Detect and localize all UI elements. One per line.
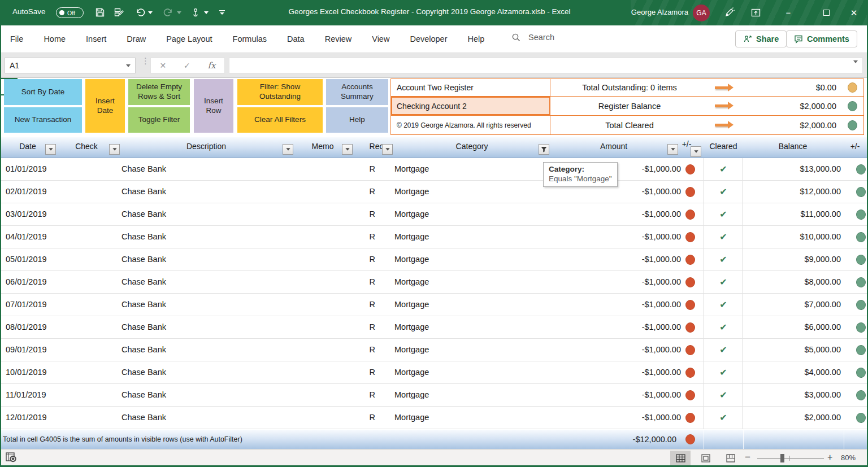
cell-rec[interactable]: R xyxy=(350,294,375,316)
autosave-toggle[interactable]: Off xyxy=(56,7,84,18)
cell-rec[interactable]: R xyxy=(350,407,375,429)
cell-balance[interactable]: $11,000.00 xyxy=(743,203,841,225)
table-row[interactable]: 06/01/2019 Chase Bank R Mortgage -$1,000… xyxy=(0,271,868,294)
table-row[interactable]: 03/01/2019 Chase Bank R Mortgage -$1,000… xyxy=(0,203,868,226)
cell-amount[interactable]: -$1,000.00 xyxy=(582,294,681,316)
page-break-preview-button[interactable] xyxy=(721,451,741,465)
ribbon-tab-draw[interactable]: Draw xyxy=(127,34,146,43)
comments-button[interactable]: Comments xyxy=(786,30,857,47)
account-name-cell[interactable]: Checking Account 2 xyxy=(391,97,550,115)
table-row[interactable]: 07/01/2019 Chase Bank R Mortgage -$1,000… xyxy=(0,294,868,316)
cell-balance[interactable]: $8,000.00 xyxy=(743,271,841,293)
cell-date[interactable]: 03/01/2019 xyxy=(6,203,68,225)
cell-rec[interactable]: R xyxy=(350,181,375,203)
name-box[interactable]: A1 xyxy=(5,58,136,73)
cancel-formula-icon[interactable]: ✕ xyxy=(159,61,166,70)
cell-description[interactable]: Chase Bank xyxy=(121,294,291,316)
zoom-slider-handle[interactable] xyxy=(780,454,784,462)
cell-balance[interactable]: $13,000.00 xyxy=(743,158,841,180)
cell-balance[interactable]: $7,000.00 xyxy=(743,294,841,316)
cell-description[interactable]: Chase Bank xyxy=(121,158,291,180)
table-row[interactable]: 08/01/2019 Chase Bank R Mortgage -$1,000… xyxy=(0,316,868,339)
touch-mode-dropdown-icon[interactable] xyxy=(204,11,209,14)
cell-rec[interactable]: R xyxy=(350,384,375,406)
cell-date[interactable]: 08/01/2019 xyxy=(6,316,68,338)
cell-amount[interactable]: -$1,000.00 xyxy=(582,407,681,429)
cell-category[interactable]: Mortgage xyxy=(394,384,519,406)
cell-balance[interactable]: $6,000.00 xyxy=(743,316,841,338)
cell-description[interactable]: Chase Bank xyxy=(121,248,291,270)
cell-description[interactable]: Chase Bank xyxy=(121,316,291,338)
cell-category[interactable]: Mortgage xyxy=(394,181,519,203)
cell-rec[interactable]: R xyxy=(350,316,375,338)
cell-date[interactable]: 12/01/2019 xyxy=(6,407,68,429)
cell-balance[interactable]: $5,000.00 xyxy=(743,339,841,361)
cell-description[interactable]: Chase Bank xyxy=(121,271,291,293)
ribbon-display-options-icon[interactable] xyxy=(747,5,764,20)
delete-empty-rows-button[interactable]: Delete Empty Rows & Sort xyxy=(128,79,190,105)
cell-rec[interactable]: R xyxy=(350,361,375,383)
cell-amount[interactable]: -$1,000.00 xyxy=(582,361,681,383)
table-row[interactable]: 05/01/2019 Chase Bank R Mortgage -$1,000… xyxy=(0,248,868,271)
cell-description[interactable]: Chase Bank xyxy=(121,203,291,225)
insert-row-button[interactable]: Insert Row xyxy=(194,79,233,133)
cell-date[interactable]: 09/01/2019 xyxy=(6,339,68,361)
cell-balance[interactable]: $12,000.00 xyxy=(743,181,841,203)
cell-amount[interactable]: -$1,000.00 xyxy=(582,248,681,270)
filter-show-outstanding-button[interactable]: Filter: Show Outstanding xyxy=(237,79,323,105)
cell-date[interactable]: 07/01/2019 xyxy=(6,294,68,316)
cell-amount[interactable]: -$1,000.00 xyxy=(582,271,681,293)
category-filter-active-dropdown[interactable] xyxy=(539,144,549,155)
macro-record-icon[interactable] xyxy=(6,452,17,465)
cell-balance[interactable]: $10,000.00 xyxy=(743,226,841,248)
table-row[interactable]: 02/01/2019 Chase Bank R Mortgage -$1,000… xyxy=(0,181,868,203)
ribbon-tab-developer[interactable]: Developer xyxy=(410,34,447,43)
ink-pen-icon[interactable] xyxy=(721,5,738,20)
cell-category[interactable]: Mortgage xyxy=(394,316,519,338)
memo-filter-dropdown[interactable] xyxy=(342,144,353,155)
cell-rec[interactable]: R xyxy=(350,339,375,361)
register-name-cell[interactable]: Account Two Register xyxy=(391,79,550,96)
cell-date[interactable]: 06/01/2019 xyxy=(6,271,68,293)
undo-icon[interactable] xyxy=(133,6,147,19)
toggle-filter-button[interactable]: Toggle Filter xyxy=(128,107,190,133)
cell-rec[interactable]: R xyxy=(350,158,375,180)
undo-dropdown-icon[interactable] xyxy=(148,11,153,14)
date-filter-dropdown[interactable] xyxy=(45,144,56,155)
cell-rec[interactable]: R xyxy=(350,203,375,225)
ribbon-tab-page-layout[interactable]: Page Layout xyxy=(166,34,212,43)
cell-date[interactable]: 04/01/2019 xyxy=(6,226,68,248)
account-user-name[interactable]: George Alzamora xyxy=(631,8,688,16)
cell-description[interactable]: Chase Bank xyxy=(121,407,291,429)
minimize-button[interactable]: − xyxy=(775,0,801,25)
table-row[interactable]: 12/01/2019 Chase Bank R Mortgage -$1,000… xyxy=(0,407,868,429)
cell-category[interactable]: Mortgage xyxy=(394,158,519,180)
cell-rec[interactable]: R xyxy=(350,248,375,270)
ribbon-tab-formulas[interactable]: Formulas xyxy=(233,34,267,43)
cell-balance[interactable]: $4,000.00 xyxy=(743,361,841,383)
plus-minus-filter-dropdown[interactable] xyxy=(691,146,701,157)
page-layout-view-button[interactable] xyxy=(696,451,716,465)
save-icon[interactable] xyxy=(93,6,107,19)
description-filter-dropdown[interactable] xyxy=(283,144,293,155)
table-row[interactable]: 01/01/2019 Chase Bank R Mortgage -$1,000… xyxy=(0,158,868,181)
zoom-level[interactable]: 80% xyxy=(835,453,856,462)
cell-balance[interactable]: $9,000.00 xyxy=(743,248,841,270)
table-row[interactable]: 09/01/2019 Chase Bank R Mortgage -$1,000… xyxy=(0,339,868,361)
new-transaction-button[interactable]: New Transaction xyxy=(4,107,82,133)
ribbon-tab-insert[interactable]: Insert xyxy=(86,34,106,43)
cell-category[interactable]: Mortgage xyxy=(394,294,519,316)
cell-rec[interactable]: R xyxy=(350,271,375,293)
cell-category[interactable]: Mortgage xyxy=(394,248,519,270)
cell-description[interactable]: Chase Bank xyxy=(121,226,291,248)
cell-date[interactable]: 11/01/2019 xyxy=(6,384,68,406)
ribbon-tab-help[interactable]: Help xyxy=(468,34,485,43)
cell-category[interactable]: Mortgage xyxy=(394,271,519,293)
cell-category[interactable]: Mortgage xyxy=(394,339,519,361)
cell-balance[interactable]: $3,000.00 xyxy=(743,384,841,406)
cell-amount[interactable]: -$1,000.00 xyxy=(582,339,681,361)
zoom-in-button[interactable]: + xyxy=(827,452,832,462)
ribbon-tab-file[interactable]: File xyxy=(10,34,23,43)
cell-balance[interactable]: $2,000.00 xyxy=(743,407,841,429)
close-button[interactable]: ✕ xyxy=(841,0,867,25)
